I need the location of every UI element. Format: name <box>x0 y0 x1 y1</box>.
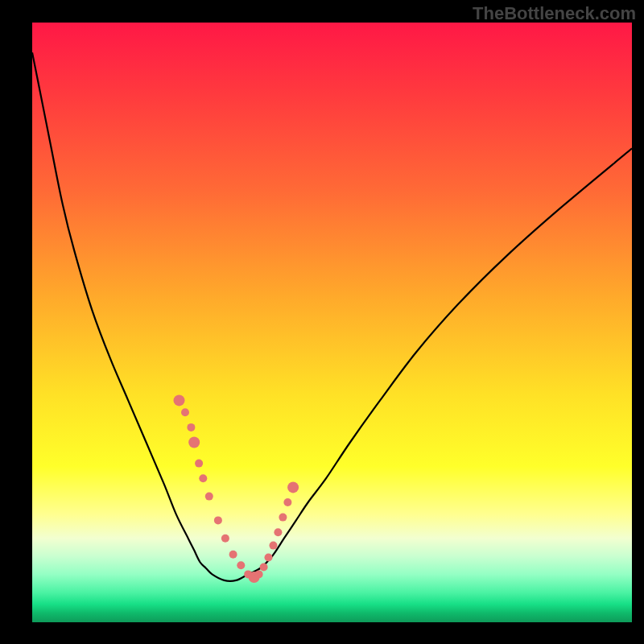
curve-marker <box>195 460 203 468</box>
curve-marker <box>274 528 282 536</box>
curve-marker <box>237 561 245 569</box>
curve-marker <box>181 408 189 416</box>
curve-marker <box>199 474 207 482</box>
curve-marker <box>255 570 263 578</box>
chart-frame: TheBottleneck.com <box>0 0 644 644</box>
curve-marker <box>283 498 291 506</box>
curve-marker <box>270 542 278 550</box>
curve-marker <box>214 516 222 524</box>
curve-marker <box>260 564 268 572</box>
bottleneck-curve <box>32 52 632 581</box>
curve-marker <box>221 535 229 543</box>
curve-marker <box>279 514 287 522</box>
plot-area <box>32 23 632 622</box>
curve-marker <box>205 493 213 501</box>
curve-marker <box>287 481 299 493</box>
curve-marker <box>187 423 195 431</box>
curve-markers <box>174 394 299 583</box>
chart-svg <box>32 23 632 622</box>
watermark-text: TheBottleneck.com <box>473 3 636 24</box>
curve-marker <box>174 394 185 406</box>
curve-marker <box>229 551 237 559</box>
curve-marker <box>188 437 200 448</box>
curve-marker <box>265 554 273 562</box>
